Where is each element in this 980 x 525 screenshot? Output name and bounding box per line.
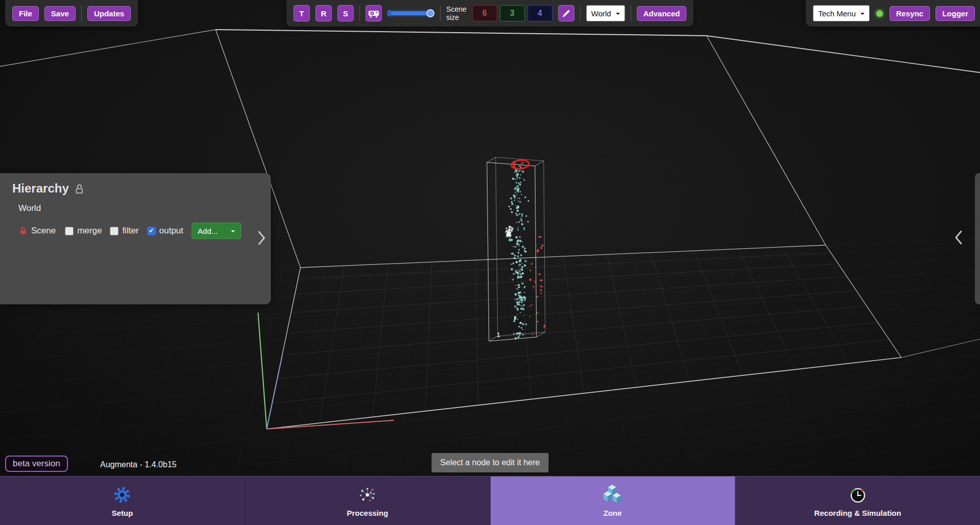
toolbar-divider: [81, 6, 82, 21]
tab-zone[interactable]: Zone: [491, 476, 736, 525]
clock-icon: [848, 484, 868, 506]
filter-checkbox[interactable]: [110, 227, 119, 235]
coordinate-space-select[interactable]: World: [586, 5, 625, 21]
rotate-tool-button[interactable]: R: [315, 5, 332, 21]
expand-right-panel-chevron[interactable]: [954, 230, 963, 247]
output-checkbox-label: output: [159, 226, 183, 236]
logger-button[interactable]: Logger: [936, 6, 975, 21]
toolbar-divider: [359, 6, 360, 21]
tab-processing-label: Processing: [347, 509, 388, 517]
connection-status-dot: [876, 10, 883, 17]
scene-size-x-input[interactable]: 6: [472, 5, 497, 21]
app-version-text: Augmenta - 1.4.0b15: [100, 460, 176, 469]
tab-processing[interactable]: Processing: [245, 476, 491, 525]
translate-tool-button[interactable]: T: [293, 5, 310, 21]
coordinate-space-value: World: [591, 9, 611, 18]
toolbar-scene: T R S Scene size 6 3 4: [286, 0, 693, 27]
node-editor-hint: Select a node to edit it here: [432, 453, 549, 472]
slider-track: [387, 11, 431, 15]
projector-icon: [368, 8, 379, 19]
merge-checkbox-label: merge: [77, 226, 102, 236]
toolbar-divider: [440, 6, 440, 21]
scale-tool-button[interactable]: S: [337, 5, 354, 21]
hierarchy-scene-row: Scene merge filter output Add...: [0, 213, 271, 239]
scene-node-label[interactable]: Scene: [31, 226, 56, 236]
collapse-hierarchy-chevron[interactable]: [258, 230, 266, 248]
updates-button[interactable]: Updates: [87, 6, 131, 21]
network-icon: [357, 484, 378, 506]
lock-icon[interactable]: [19, 227, 27, 235]
advanced-button[interactable]: Advanced: [637, 6, 687, 21]
beta-version-badge: beta version: [5, 456, 68, 472]
toolbar-tech: Tech Menu Resync Logger: [806, 0, 980, 27]
toolbar-file: File Save Updates: [5, 0, 138, 27]
point-size-slider[interactable]: [387, 5, 434, 21]
tab-setup-label: Setup: [112, 509, 133, 517]
tech-menu-select[interactable]: Tech Menu: [813, 5, 869, 21]
merge-checkbox[interactable]: [65, 227, 74, 235]
add-node-value: Add...: [198, 227, 218, 235]
projector-view-button[interactable]: [365, 5, 382, 21]
hierarchy-panel: Hierarchy World Scene merge filter outpu…: [0, 173, 271, 304]
scene-size-z-input[interactable]: 4: [527, 5, 552, 21]
scene-size-label: Scene size: [446, 5, 466, 21]
unlock-icon[interactable]: [74, 183, 85, 194]
save-button[interactable]: Save: [44, 6, 76, 21]
scene-size-inputs: 6 3 4: [472, 5, 552, 21]
hierarchy-root-node[interactable]: World: [0, 196, 271, 213]
tab-recording-simulation-label: Recording & Simulation: [814, 509, 901, 517]
slider-min-nub: [387, 10, 391, 16]
filter-checkbox-label: filter: [122, 226, 138, 236]
slider-knob[interactable]: [426, 9, 434, 17]
cubes-icon: [601, 484, 624, 506]
add-node-dropdown[interactable]: Add...: [192, 223, 241, 239]
file-button[interactable]: File: [12, 6, 39, 21]
pencil-icon: [561, 8, 571, 18]
chevron-down-icon: [860, 13, 865, 17]
output-checkbox[interactable]: [147, 227, 156, 235]
tab-recording-simulation[interactable]: Recording & Simulation: [735, 476, 980, 525]
bottom-navigation: Setup Processing: [0, 476, 980, 525]
gear-icon: [112, 484, 132, 506]
blob-id-label: 1: [497, 331, 500, 339]
edit-scene-size-button[interactable]: [558, 5, 574, 21]
scene-size-y-input[interactable]: 3: [500, 5, 525, 21]
tech-menu-value: Tech Menu: [818, 9, 855, 18]
toolbar-divider: [631, 6, 631, 21]
tab-setup[interactable]: Setup: [0, 476, 245, 525]
chevron-down-icon: [231, 230, 235, 234]
toolbar-divider: [580, 6, 580, 21]
right-panel-collapsed: [975, 173, 980, 304]
hierarchy-title: Hierarchy: [12, 181, 69, 196]
tab-zone-label: Zone: [603, 509, 622, 517]
resync-button[interactable]: Resync: [890, 6, 930, 21]
chevron-down-icon: [616, 13, 620, 17]
